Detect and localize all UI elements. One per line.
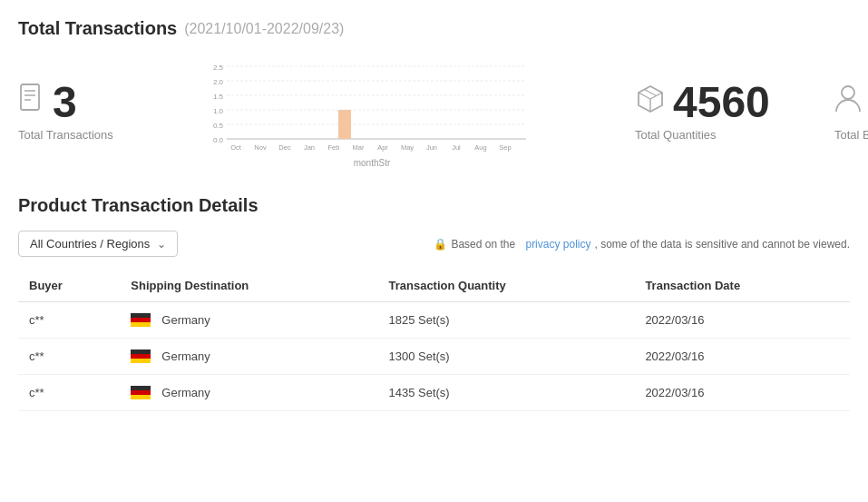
svg-rect-35 [131,313,151,318]
svg-point-34 [842,86,854,99]
table-body: c** Germany 1825 Set(s)2022/03/16c** Ger… [18,302,850,411]
transactions-count: 3 [53,81,77,124]
date-cell: 2022/03/16 [634,302,850,339]
svg-rect-0 [21,84,39,110]
document-icon [18,84,45,121]
svg-line-30 [639,93,650,99]
svg-text:May: May [401,143,414,152]
destination-cell: Germany [120,375,377,411]
privacy-policy-link[interactable]: privacy policy [525,238,590,251]
svg-text:Apr: Apr [377,143,388,152]
svg-text:2.5: 2.5 [213,64,224,72]
svg-text:Nov: Nov [254,143,267,152]
quantity-cell: 1300 Set(s) [377,339,634,375]
destination-name: Germany [161,313,210,327]
transactions-table: Buyer Shipping Destination Transaction Q… [18,270,850,411]
transactions-chart: transact 2.5 2.0 1.5 1.0 0.5 0.0 [200,54,544,168]
section-title: Total Transactions [18,18,177,39]
total-transactions-stat: 3 Total Transactions [18,81,163,142]
privacy-notice: 🔒 Based on the privacy policy, some of t… [434,238,850,251]
lock-icon: 🔒 [434,238,447,251]
svg-text:2.0: 2.0 [213,78,224,86]
svg-text:Mar: Mar [353,143,365,152]
total-transactions-section: Total Transactions (2021/10/01-2022/09/2… [18,18,850,168]
svg-rect-37 [131,322,151,327]
person-icon [834,84,862,121]
section-heading: Total Transactions (2021/10/01-2022/09/2… [18,18,850,39]
table-row: c** Germany 1300 Set(s)2022/03/16 [18,339,850,375]
bar-feb [338,110,351,139]
svg-text:Oct: Oct [230,143,242,152]
col-quantity: Transaction Quantity [377,270,634,302]
destination-cell: Germany [120,339,377,375]
product-section-title: Product Transaction Details [18,195,850,216]
svg-text:1.5: 1.5 [213,93,224,101]
filter-row: All Countries / Regions ⌄ 🔒 Based on the… [18,231,850,257]
date-cell: 2022/03/16 [634,375,850,411]
quantity-cell: 1825 Set(s) [377,302,634,339]
total-buyers-stat: 1 Total Buyers [834,81,868,142]
buyer-cell: c** [18,302,120,339]
svg-text:0.5: 0.5 [213,122,224,130]
country-filter-dropdown[interactable]: All Countries / Regions ⌄ [18,231,178,257]
destination-cell: Germany [120,302,377,339]
quantity-cell: 1435 Set(s) [377,375,634,411]
col-buyer: Buyer [18,270,120,302]
col-shipping: Shipping Destination [120,270,377,302]
svg-text:0.0: 0.0 [213,136,224,144]
date-cell: 2022/03/16 [634,339,850,375]
chevron-down-icon: ⌄ [157,238,166,251]
svg-text:Aug: Aug [474,143,486,152]
german-flag-icon [131,313,151,327]
svg-rect-36 [131,318,151,322]
box-icon [635,84,666,121]
table-row: c** Germany 1435 Set(s)2022/03/16 [18,375,850,411]
product-transaction-section: Product Transaction Details All Countrie… [18,195,850,411]
date-range: (2021/10/01-2022/09/23) [184,21,344,37]
svg-text:Feb: Feb [328,143,340,152]
svg-rect-40 [131,359,151,363]
chart-x-label: monthStr [200,158,544,168]
table-row: c** Germany 1825 Set(s)2022/03/16 [18,302,850,339]
chart-svg: transact 2.5 2.0 1.5 1.0 0.5 0.0 [200,54,544,153]
svg-text:Jul: Jul [452,143,461,152]
german-flag-icon [131,386,151,399]
privacy-prefix: Based on the [451,238,515,251]
table-header: Buyer Shipping Destination Transaction Q… [18,270,850,302]
buyers-label: Total Buyers [834,128,868,142]
country-filter-label: All Countries / Regions [30,237,150,251]
transactions-label: Total Transactions [18,128,113,142]
svg-text:1.0: 1.0 [213,107,224,115]
privacy-suffix: , some of the data is sensitive and cann… [594,238,850,251]
svg-rect-43 [131,395,151,399]
buyer-cell: c** [18,375,120,411]
svg-line-33 [645,90,657,96]
svg-text:Jun: Jun [426,143,437,152]
svg-rect-39 [131,354,151,359]
stats-row: 3 Total Transactions transact 2.5 2.0 1.… [18,54,850,168]
buyer-cell: c** [18,339,120,375]
svg-rect-41 [131,386,151,390]
svg-rect-42 [131,390,151,395]
svg-rect-38 [131,349,151,354]
col-date: Transaction Date [634,270,850,302]
destination-name: Germany [161,386,210,399]
svg-text:Jan: Jan [304,143,315,152]
quantities-count: 4560 [673,81,770,124]
german-flag-icon [131,349,151,363]
svg-text:Sep: Sep [499,143,511,152]
total-quantities-stat: 4560 Total Quantities [635,81,780,142]
svg-text:Dec: Dec [278,143,291,152]
destination-name: Germany [161,349,210,363]
stats-right: 4560 Total Quantities 1 Total Buyers [635,81,868,142]
quantities-label: Total Quantities [635,128,717,142]
